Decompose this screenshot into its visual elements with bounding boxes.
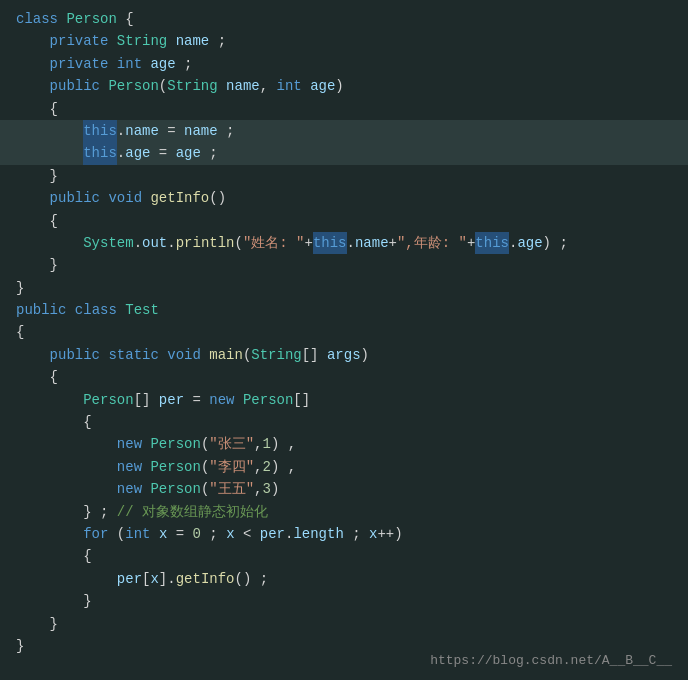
code-line-6: this.name = name ; bbox=[0, 120, 688, 142]
code-container: class Person { private String name ; pri… bbox=[0, 0, 688, 680]
code-line-28: } bbox=[0, 613, 688, 635]
code-line-23: } ; // 对象数组静态初始化 bbox=[0, 501, 688, 523]
code-line-27: } bbox=[0, 590, 688, 612]
this-keyword-1: this bbox=[83, 120, 117, 142]
code-line-24: for (int x = 0 ; x < per.length ; x++) bbox=[0, 523, 688, 545]
this-keyword-4: this bbox=[475, 232, 509, 254]
code-line-9: public void getInfo() bbox=[0, 187, 688, 209]
this-keyword-3: this bbox=[313, 232, 347, 254]
code-line-21: new Person("李四",2) , bbox=[0, 456, 688, 478]
code-line-14: public class Test bbox=[0, 299, 688, 321]
code-line-26: per[x].getInfo() ; bbox=[0, 568, 688, 590]
url-bar: https://blog.csdn.net/A__B__C__ bbox=[430, 651, 672, 672]
code-line-20: new Person("张三",1) , bbox=[0, 433, 688, 455]
code-line-4: public Person(String name, int age) bbox=[0, 75, 688, 97]
code-line-15: { bbox=[0, 321, 688, 343]
code-line-7: this.age = age ; bbox=[0, 142, 688, 164]
this-keyword-2: this bbox=[83, 142, 117, 164]
code-line-10: { bbox=[0, 210, 688, 232]
code-line-12: } bbox=[0, 254, 688, 276]
code-line-22: new Person("王五",3) bbox=[0, 478, 688, 500]
code-line-25: { bbox=[0, 545, 688, 567]
keyword-class: class bbox=[16, 8, 58, 30]
code-line-13: } bbox=[0, 277, 688, 299]
code-line-2: private String name ; bbox=[0, 30, 688, 52]
code-line-19: { bbox=[0, 411, 688, 433]
code-line-3: private int age ; bbox=[0, 53, 688, 75]
code-line-17: { bbox=[0, 366, 688, 388]
code-line-16: public static void main(String[] args) bbox=[0, 344, 688, 366]
code-line-5: { bbox=[0, 98, 688, 120]
code-line-8: } bbox=[0, 165, 688, 187]
code-line-18: Person[] per = new Person[] bbox=[0, 389, 688, 411]
code-line-1: class Person { bbox=[0, 8, 688, 30]
code-line-11: System.out.println("姓名: "+this.name+",年龄… bbox=[0, 232, 688, 254]
type-person: Person bbox=[66, 8, 116, 30]
